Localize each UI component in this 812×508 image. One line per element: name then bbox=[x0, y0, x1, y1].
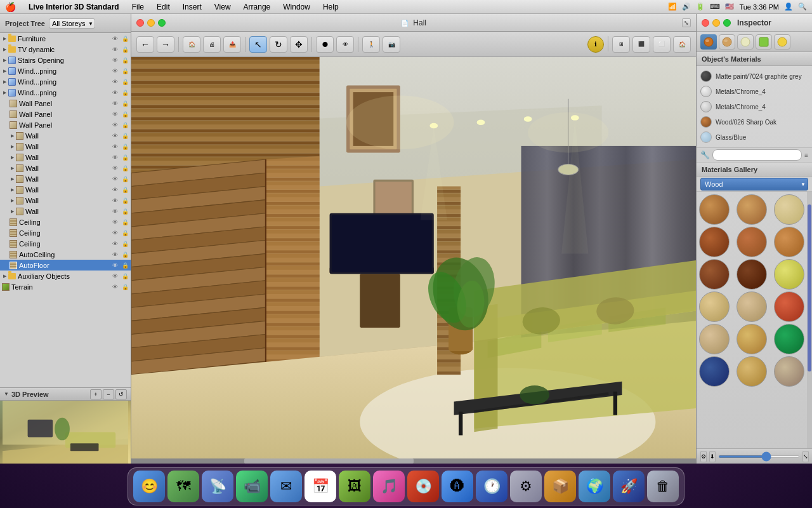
rotate-button[interactable]: ↻ bbox=[270, 36, 287, 53]
gallery-item-10[interactable] bbox=[699, 291, 730, 322]
material-row-1[interactable]: Matte paint/7024 graphite grey bbox=[700, 69, 808, 84]
tree-item-ceiling2[interactable]: Ceiling 👁 🔒 bbox=[0, 227, 131, 238]
tree-item-auxiliary[interactable]: ▶ Auxiliary Objects 👁 🔒 bbox=[0, 271, 131, 281]
dock-photos[interactable]: 🖼 bbox=[339, 471, 370, 502]
eye-action-icon[interactable]: 👁 bbox=[110, 77, 119, 86]
eye-action-icon[interactable]: 👁 bbox=[110, 261, 119, 270]
lock-action-icon[interactable]: 🔒 bbox=[121, 56, 129, 65]
gallery-item-18[interactable] bbox=[774, 356, 804, 387]
tree-item-autofloor[interactable]: AutoFloor 👁 🔒 bbox=[0, 260, 131, 271]
gallery-item-8[interactable] bbox=[737, 259, 767, 290]
view-home-button[interactable]: 🏠 bbox=[673, 36, 691, 53]
material-search-input[interactable] bbox=[712, 149, 802, 161]
tree-item-terrain[interactable]: Terrain 👁 🔒 bbox=[0, 281, 131, 292]
gallery-scroll-area[interactable] bbox=[697, 192, 812, 448]
apple-menu[interactable]: 🍎 bbox=[5, 2, 16, 12]
dock-mail[interactable]: ✉ bbox=[270, 471, 302, 502]
dock-internet[interactable]: 🌍 bbox=[579, 471, 610, 502]
gallery-item-12[interactable] bbox=[774, 291, 804, 322]
eye-action-icon[interactable]: 👁 bbox=[110, 34, 119, 43]
dock-clock[interactable]: 🕐 bbox=[476, 471, 508, 502]
window-menu[interactable]: Window bbox=[280, 3, 313, 11]
lock-action-icon[interactable]: 🔒 bbox=[121, 185, 129, 194]
arrange-menu[interactable]: Arrange bbox=[241, 3, 273, 11]
eye-button[interactable]: 👁 bbox=[336, 36, 354, 53]
tree-item-wall7[interactable]: ▶ Wall 👁 🔒 bbox=[0, 195, 131, 206]
view-split-button[interactable]: ⬜ bbox=[653, 36, 671, 53]
eye-action-icon[interactable]: 👁 bbox=[110, 142, 119, 151]
scrollbar-thumb-h[interactable] bbox=[244, 458, 414, 464]
lock-action-icon[interactable]: 🔒 bbox=[121, 239, 129, 248]
gallery-item-5[interactable] bbox=[737, 227, 767, 257]
lock-action-icon[interactable]: 🔒 bbox=[121, 77, 129, 86]
minimize-button[interactable] bbox=[147, 19, 155, 27]
eye-action-icon[interactable]: 👁 bbox=[110, 229, 119, 237]
dock-facetime[interactable]: 📹 bbox=[236, 471, 268, 502]
view3d-button[interactable]: ⬛ bbox=[632, 36, 650, 53]
tree-item-wall1[interactable]: ▶ Wall 👁 🔒 bbox=[0, 130, 131, 141]
gallery-scrollbar-thumb[interactable] bbox=[808, 204, 811, 371]
lock-action-icon[interactable]: 🔒 bbox=[121, 67, 129, 76]
eye-action-icon[interactable]: 👁 bbox=[110, 239, 119, 248]
search-icon[interactable]: 🔍 bbox=[798, 3, 807, 11]
lock-action-icon[interactable]: 🔒 bbox=[121, 45, 129, 54]
scene-tab[interactable] bbox=[756, 34, 772, 50]
view2d-button[interactable]: ⊞ bbox=[612, 36, 630, 53]
insp-close-button[interactable] bbox=[702, 19, 709, 27]
lock-action-icon[interactable]: 🔒 bbox=[121, 207, 129, 216]
volume-icon[interactable]: 🔊 bbox=[682, 3, 691, 11]
keyboard-icon[interactable]: ⌨ bbox=[710, 3, 720, 11]
gallery-item-17[interactable] bbox=[737, 356, 767, 387]
tree-item-tv[interactable]: ▶ TV dynamic 👁 🔒 bbox=[0, 44, 131, 55]
gallery-import-button[interactable]: ⬇ bbox=[709, 451, 716, 462]
eye-action-icon[interactable]: 👁 bbox=[110, 67, 119, 76]
gallery-item-15[interactable] bbox=[774, 324, 804, 354]
tree-items[interactable]: ▶ Furniture 👁 🔒 ▶ TV dynamic 👁 🔒 bbox=[0, 33, 131, 387]
fit-button[interactable]: ↺ bbox=[115, 389, 127, 399]
eye-action-icon[interactable]: 👁 bbox=[110, 283, 119, 291]
eye-action-icon[interactable]: 👁 bbox=[110, 164, 119, 173]
lock-action-icon[interactable]: 🔒 bbox=[121, 272, 129, 281]
gallery-item-1[interactable] bbox=[699, 194, 730, 225]
tree-item-wall4[interactable]: ▶ Wall 👁 🔒 bbox=[0, 163, 131, 173]
eye-action-icon[interactable]: 👁 bbox=[110, 131, 119, 140]
insp-minimize-button[interactable] bbox=[712, 19, 720, 27]
user-icon[interactable]: 👤 bbox=[784, 3, 793, 11]
storeys-select[interactable]: All Storeys bbox=[49, 18, 95, 29]
file-menu[interactable]: File bbox=[129, 3, 147, 11]
dock-launchpad[interactable]: 🚀 bbox=[613, 471, 645, 502]
tree-item-wind1[interactable]: ▶ Wind...pning 👁 🔒 bbox=[0, 65, 131, 76]
share-button[interactable]: 📤 bbox=[223, 36, 241, 53]
info-button[interactable]: ℹ bbox=[587, 36, 604, 53]
maximize-button[interactable] bbox=[158, 19, 166, 27]
tree-item-stairs[interactable]: ▶ Stairs Opening 👁 🔒 bbox=[0, 55, 131, 65]
zoom-button[interactable]: ⤡ bbox=[682, 18, 691, 27]
wifi-icon[interactable]: 📶 bbox=[668, 3, 677, 11]
tree-item-wind3[interactable]: ▶ Wind...pning 👁 🔒 bbox=[0, 87, 131, 98]
tree-item-wall5[interactable]: ▶ Wall 👁 🔒 bbox=[0, 173, 131, 184]
eye-action-icon[interactable]: 👁 bbox=[110, 175, 119, 184]
lock-action-icon[interactable]: 🔒 bbox=[121, 88, 129, 97]
material-row-2[interactable]: Metals/Chrome_4 bbox=[700, 84, 808, 99]
dock-dvdplayer[interactable]: 💿 bbox=[407, 471, 439, 502]
eye-action-icon[interactable]: 👁 bbox=[110, 153, 119, 162]
eye-action-icon[interactable]: 👁 bbox=[110, 121, 119, 130]
gallery-item-7[interactable] bbox=[699, 259, 730, 290]
viewport[interactable] bbox=[131, 57, 696, 464]
lock-action-icon[interactable]: 🔒 bbox=[121, 131, 129, 140]
tree-item-wall3[interactable]: ▶ Wall 👁 🔒 bbox=[0, 152, 131, 163]
lock-action-icon[interactable]: 🔒 bbox=[121, 229, 129, 237]
gallery-item-13[interactable] bbox=[699, 324, 730, 354]
eye-action-icon[interactable]: 👁 bbox=[110, 185, 119, 194]
dock-itunes[interactable]: 🎵 bbox=[373, 471, 405, 502]
materials-tab[interactable] bbox=[700, 34, 717, 50]
tree-item-wallpanel2[interactable]: Wall Panel 👁 🔒 bbox=[0, 109, 131, 119]
help-menu[interactable]: Help bbox=[320, 3, 341, 11]
close-button[interactable] bbox=[136, 19, 144, 27]
gallery-settings-button[interactable]: ⚙ bbox=[700, 451, 707, 462]
print-button[interactable]: 🖨 bbox=[203, 36, 221, 53]
eye-action-icon[interactable]: 👁 bbox=[110, 88, 119, 97]
dock-calendar[interactable]: 📅 bbox=[304, 471, 336, 502]
app-name-menu[interactable]: Live Interior 3D Standard bbox=[26, 3, 122, 11]
gallery-item-2[interactable] bbox=[737, 194, 767, 225]
